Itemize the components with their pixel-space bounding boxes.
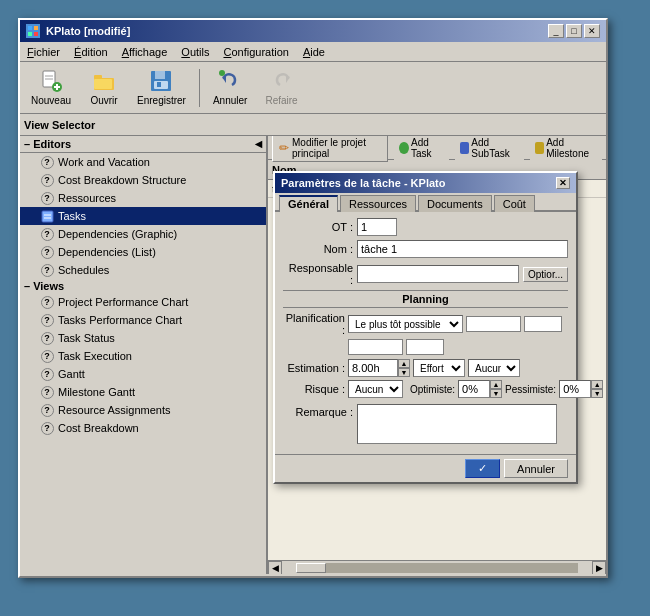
editor-dependencies-list[interactable]: ? Dependencies (List)	[20, 243, 266, 261]
options-btn[interactable]: Optior...	[523, 267, 568, 282]
view-milestone-gantt[interactable]: ? Milestone Gantt	[20, 383, 266, 401]
risque-select[interactable]: Aucun	[348, 380, 403, 398]
new-button[interactable]: Nouveau	[24, 65, 78, 110]
editor-work-vacation[interactable]: ? Work and Vacation	[20, 153, 266, 171]
cost-bdown-icon: ?	[40, 421, 54, 435]
pess-down-btn[interactable]: ▼	[591, 389, 603, 398]
resource-assign-icon: ?	[40, 403, 54, 417]
tab-ressources[interactable]: Ressources	[340, 195, 416, 212]
undo-button[interactable]: Annuler	[206, 65, 254, 110]
nom-input[interactable]	[357, 240, 568, 258]
tab-general[interactable]: Général	[279, 195, 338, 212]
estimation-row: Estimation : ▲ ▼ Effort Aucun	[283, 359, 568, 377]
menu-affichage[interactable]: Affichage	[119, 45, 171, 59]
views-section-header[interactable]: – Views	[20, 279, 266, 293]
scroll-track[interactable]	[296, 563, 578, 573]
view-resource-assignments[interactable]: ? Resource Assignments	[20, 401, 266, 419]
task-dialog: Paramètres de la tâche - KPlato ✕ Généra…	[273, 171, 578, 484]
estimation-input[interactable]	[348, 359, 398, 377]
editors-header-label: – Editors	[24, 138, 71, 150]
svg-rect-1	[34, 26, 38, 30]
view-cost-breakdown-label: Cost Breakdown	[58, 422, 139, 434]
pess-up-btn[interactable]: ▲	[591, 380, 603, 389]
apply-btn[interactable]: Annuler	[504, 459, 568, 478]
scroll-left-btn[interactable]: ◀	[268, 561, 282, 575]
editor-ressources[interactable]: ? Ressources	[20, 189, 266, 207]
estimation-spin-btns: ▲ ▼	[398, 359, 410, 377]
view-tasks-performance[interactable]: ? Tasks Performance Chart	[20, 311, 266, 329]
svg-rect-12	[94, 79, 112, 89]
ot-input[interactable]	[357, 218, 397, 236]
view-selector-label: View Selector	[24, 119, 95, 131]
tab-cout[interactable]: Coût	[494, 195, 535, 212]
minimize-btn[interactable]: _	[548, 24, 564, 38]
effort-select[interactable]: Effort	[413, 359, 465, 377]
svg-point-18	[219, 70, 225, 76]
dialog-toolbar: ✏ Modifier le projet principal Add Task …	[268, 136, 606, 160]
editor-work-vacation-label: Work and Vacation	[58, 156, 150, 168]
open-button[interactable]: Ouvrir	[82, 65, 126, 110]
save-button[interactable]: Enregistrer	[130, 65, 193, 110]
remarque-textarea[interactable]	[357, 404, 557, 444]
planification-label: Planification :	[283, 312, 345, 336]
responsable-input[interactable]	[357, 265, 519, 283]
add-milestone-btn[interactable]: Add Milestone	[530, 136, 602, 161]
editors-section-header[interactable]: – Editors ◀	[20, 136, 266, 153]
risque-label: Risque :	[283, 383, 345, 395]
new-label: Nouveau	[31, 95, 71, 106]
editor-tasks[interactable]: Tasks	[20, 207, 266, 225]
pessimiste-spinbox: ▲ ▼	[559, 380, 603, 398]
estimation-up-btn[interactable]: ▲	[398, 359, 410, 368]
task-dialog-close-btn[interactable]: ✕	[556, 177, 570, 189]
add-subtask-btn[interactable]: Add SubTask	[455, 136, 524, 161]
editors-toggle-icon[interactable]: ◀	[255, 139, 262, 149]
view-task-status[interactable]: ? Task Status	[20, 329, 266, 347]
toolbar: Nouveau Ouvrir Enregistrer	[20, 62, 606, 114]
opt-up-btn[interactable]: ▲	[490, 380, 502, 389]
editor-cost-breakdown[interactable]: ? Cost Breakdown Structure	[20, 171, 266, 189]
plan-time-1[interactable]	[524, 316, 562, 332]
tab-documents[interactable]: Documents	[418, 195, 492, 212]
save-icon	[149, 69, 173, 93]
menu-aide[interactable]: Aide	[300, 45, 328, 59]
menu-configuration[interactable]: Configuration	[220, 45, 291, 59]
maximize-btn[interactable]: □	[566, 24, 582, 38]
add-task-label: Add Task	[411, 137, 444, 159]
editor-dependencies-graphic[interactable]: ? Dependencies (Graphic)	[20, 225, 266, 243]
editor-schedules[interactable]: ? Schedules	[20, 261, 266, 279]
plan-time-2[interactable]	[406, 339, 444, 355]
nom-form-label: Nom :	[283, 243, 353, 255]
modify-project-btn[interactable]: ✏ Modifier le projet principal	[272, 136, 388, 162]
editor-dependencies-graphic-label: Dependencies (Graphic)	[58, 228, 177, 240]
add-task-btn[interactable]: Add Task	[394, 136, 448, 161]
planning-label: Planning	[402, 293, 448, 305]
right-content: ✏ Modifier le projet principal Add Task …	[268, 136, 606, 574]
plan-date-2[interactable]	[348, 339, 403, 355]
ok-btn[interactable]: ✓	[465, 459, 500, 478]
menu-fichier[interactable]: Fichier	[24, 45, 63, 59]
plan-row-2	[348, 339, 568, 355]
estimation-down-btn[interactable]: ▼	[398, 368, 410, 377]
modify-project-label: Modifier le projet principal	[292, 137, 381, 159]
close-btn[interactable]: ✕	[584, 24, 600, 38]
main-content: – Editors ◀ ? Work and Vacation ? Cost B…	[20, 136, 606, 574]
view-gantt[interactable]: ? Gantt	[20, 365, 266, 383]
menu-outils[interactable]: Outils	[178, 45, 212, 59]
nom-row: Nom :	[283, 240, 568, 258]
view-project-performance[interactable]: ? Project Performance Chart	[20, 293, 266, 311]
editor-tasks-label: Tasks	[58, 210, 86, 222]
pessimiste-input[interactable]	[559, 380, 591, 398]
aucun-select[interactable]: Aucun	[468, 359, 520, 377]
scroll-thumb[interactable]	[296, 563, 326, 573]
planification-select[interactable]: Le plus tôt possible	[348, 315, 463, 333]
view-task-execution[interactable]: ? Task Execution	[20, 347, 266, 365]
task-dialog-title-text: Paramètres de la tâche - KPlato	[281, 177, 445, 189]
plan-date-1[interactable]	[466, 316, 521, 332]
redo-button[interactable]: Refaire	[258, 65, 304, 110]
scroll-right-btn[interactable]: ▶	[592, 561, 606, 575]
menu-edition[interactable]: Édition	[71, 45, 111, 59]
view-cost-breakdown[interactable]: ? Cost Breakdown	[20, 419, 266, 437]
optimiste-input[interactable]	[458, 380, 490, 398]
opt-down-btn[interactable]: ▼	[490, 389, 502, 398]
responsable-row: Responsable : Optior...	[283, 262, 568, 286]
